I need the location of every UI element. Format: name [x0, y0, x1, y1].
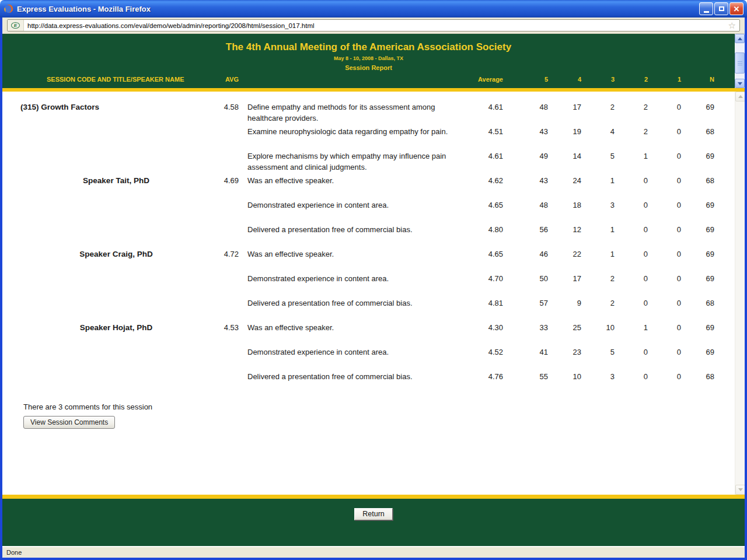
column-header-name: SESSION CODE AND TITLE/SPEAKER NAME — [20, 76, 190, 83]
average-cell: 4.76 — [458, 371, 503, 382]
column-header-1: 1 — [648, 76, 681, 83]
average-cell: 4.80 — [458, 224, 503, 235]
rating2-cell: 0 — [615, 371, 648, 382]
average-cell: 4.61 — [458, 150, 503, 162]
rating2-cell: 1 — [615, 322, 648, 333]
rating3-cell: 1 — [581, 249, 615, 260]
table-row: Delivered a presentation free of commerc… — [20, 224, 735, 249]
minimize-button[interactable] — [699, 2, 713, 15]
return-button[interactable]: Return — [354, 508, 393, 520]
avg-cell: 4.58 — [190, 102, 239, 113]
n-cell: 69 — [681, 322, 714, 333]
rating3-cell: 10 — [581, 322, 615, 333]
site-favicon-icon: E — [11, 22, 20, 29]
rating3-cell: 5 — [581, 346, 615, 358]
scrollbar-grip — [738, 61, 742, 65]
avg-cell: 4.53 — [190, 322, 239, 333]
rating3-cell: 2 — [581, 102, 615, 113]
table-row: Delivered a presentation free of commerc… — [20, 371, 735, 396]
rating5-cell: 49 — [503, 150, 548, 162]
rating4-cell: 18 — [548, 200, 581, 211]
maximize-button[interactable] — [714, 2, 728, 15]
column-header-4: 4 — [548, 76, 581, 83]
header-frame-scrollbar[interactable] — [735, 34, 745, 88]
n-cell: 68 — [681, 371, 714, 382]
question-cell: Was an effective speaker. — [239, 175, 458, 186]
rating4-cell: 24 — [548, 175, 581, 186]
session-or-speaker-name: Speaker Hojat, PhD — [20, 322, 190, 333]
url-input[interactable]: E http://data.express-evaluations.com/ev… — [7, 19, 740, 32]
column-header-2: 2 — [615, 76, 648, 83]
rating2-cell: 0 — [615, 249, 648, 260]
scroll-down-button[interactable] — [735, 485, 745, 495]
content-frame-scrollbar[interactable] — [735, 92, 745, 495]
rating5-cell: 57 — [503, 298, 548, 309]
rating4-cell: 12 — [548, 224, 581, 235]
average-cell: 4.30 — [458, 322, 503, 333]
rating3-cell: 3 — [581, 371, 615, 382]
average-cell: 4.52 — [458, 346, 503, 358]
rating2-cell: 0 — [615, 224, 648, 235]
rating3-cell: 1 — [581, 224, 615, 235]
rating4-cell: 19 — [548, 126, 581, 137]
window-titlebar: Express Evaluations - Mozilla Firefox ✕ — [0, 0, 747, 18]
scrollbar-thumb[interactable] — [735, 52, 745, 74]
chevron-down-icon — [738, 82, 742, 85]
rating3-cell: 2 — [581, 298, 615, 309]
rating5-cell: 41 — [503, 346, 548, 358]
close-button[interactable]: ✕ — [729, 2, 743, 15]
view-session-comments-button[interactable]: View Session Comments — [23, 416, 115, 429]
scroll-up-button[interactable] — [735, 34, 745, 43]
average-cell: 4.65 — [458, 249, 503, 260]
average-cell: 4.70 — [458, 273, 503, 284]
rating1-cell: 0 — [648, 224, 681, 235]
report-header: The 4th Annual Meeting of the American A… — [2, 34, 745, 92]
rating4-cell: 23 — [548, 346, 581, 358]
n-cell: 69 — [681, 273, 714, 284]
n-cell: 69 — [681, 150, 714, 162]
table-row: Demonstrated experience in content area.… — [20, 273, 735, 298]
table-row: Speaker Tait, PhD 4.69 Was an effective … — [20, 175, 735, 200]
chevron-down-icon — [738, 488, 743, 491]
rating5-cell: 46 — [503, 249, 548, 260]
rating2-cell: 0 — [615, 273, 648, 284]
average-cell: 4.61 — [458, 102, 503, 113]
rating1-cell: 0 — [648, 346, 681, 358]
close-icon: ✕ — [734, 5, 740, 13]
session-or-speaker-name: Speaker Craig, PhD — [20, 249, 190, 260]
question-cell: Demonstrated experience in content area. — [239, 200, 458, 211]
table-row: Examine neurophysiologic data regarding … — [20, 126, 735, 150]
n-cell: 69 — [681, 249, 714, 260]
session-table: (315) Growth Factors 4.58 Define empathy… — [2, 102, 735, 396]
average-cell: 4.65 — [458, 200, 503, 211]
avg-cell: 4.72 — [190, 249, 239, 260]
question-cell: Demonstrated experience in content area. — [239, 273, 458, 284]
average-cell: 4.62 — [458, 175, 503, 186]
rating4-cell: 17 — [548, 102, 581, 113]
bookmark-star-icon[interactable]: ☆ — [725, 20, 739, 31]
column-header-n: N — [681, 76, 714, 83]
site-identity-button[interactable]: E — [8, 20, 24, 31]
rating1-cell: 0 — [648, 102, 681, 113]
table-row: Delivered a presentation free of commerc… — [20, 298, 735, 322]
n-cell: 69 — [681, 102, 714, 113]
rating2-cell: 0 — [615, 175, 648, 186]
scroll-up-button[interactable] — [735, 92, 745, 102]
question-cell: Was an effective speaker. — [239, 249, 458, 260]
rating1-cell: 0 — [648, 322, 681, 333]
n-cell: 69 — [681, 200, 714, 211]
question-cell: Examine neurophysiologic data regarding … — [239, 126, 458, 137]
column-header-5: 5 — [503, 76, 548, 83]
question-cell: Delivered a presentation free of commerc… — [239, 371, 458, 382]
rating5-cell: 50 — [503, 273, 548, 284]
rating2-cell: 0 — [615, 346, 648, 358]
report-date-location: May 8 - 10, 2008 - Dallas, TX — [2, 55, 735, 61]
footer-divider — [2, 495, 745, 499]
scroll-down-button[interactable] — [735, 79, 745, 88]
rating2-cell: 2 — [615, 102, 648, 113]
firefox-icon — [4, 4, 14, 14]
rating5-cell: 56 — [503, 224, 548, 235]
status-bar: Done — [2, 546, 745, 558]
column-header-average: Average — [458, 76, 503, 83]
n-cell: 68 — [681, 126, 714, 137]
